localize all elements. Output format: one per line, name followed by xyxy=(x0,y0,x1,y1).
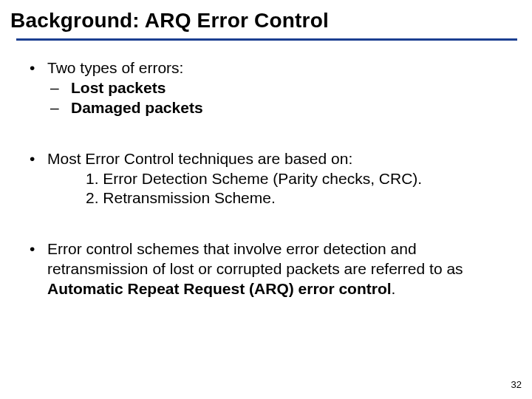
bullet-text: Two types of errors: xyxy=(47,58,183,78)
bullet-group: • Error control schemes that involve err… xyxy=(30,239,502,299)
page-number: 32 xyxy=(511,379,522,390)
slide-title: Background: ARQ Error Control xyxy=(0,0,532,33)
bullet-text: Lost packets xyxy=(71,78,166,98)
bullet-l2: – Lost packets xyxy=(30,78,502,98)
slide: Background: ARQ Error Control • Two type… xyxy=(0,0,532,399)
text-run-bold: Automatic Repeat Request (ARQ) error con… xyxy=(47,280,392,297)
bullet-text: Damaged packets xyxy=(71,98,203,118)
slide-content: • Two types of errors: – Lost packets – … xyxy=(0,41,532,299)
bullet-l1: • Most Error Control techniques are base… xyxy=(30,149,502,169)
bullet-text: Most Error Control techniques are based … xyxy=(47,149,352,169)
bullet-marker: • xyxy=(30,149,47,169)
dash-marker: – xyxy=(50,98,71,118)
bullet-group: • Two types of errors: – Lost packets – … xyxy=(30,58,502,118)
bullet-text: Error control schemes that involve error… xyxy=(47,239,502,299)
title-rule-wrap xyxy=(0,33,532,41)
bullet-l1: • Two types of errors: xyxy=(30,58,502,78)
numbered-line: 2. Retransmission Scheme. xyxy=(30,188,502,208)
bullet-marker: • xyxy=(30,239,47,299)
bullet-l1: • Error control schemes that involve err… xyxy=(30,239,502,299)
text-run: Error control schemes that involve error… xyxy=(47,240,463,277)
bullet-marker: • xyxy=(30,58,47,78)
dash-marker: – xyxy=(50,78,71,98)
bullet-l2: – Damaged packets xyxy=(30,98,502,118)
numbered-line: 1. Error Detection Scheme (Parity checks… xyxy=(30,169,502,189)
text-run: . xyxy=(392,280,396,297)
bullet-group: • Most Error Control techniques are base… xyxy=(30,149,502,209)
